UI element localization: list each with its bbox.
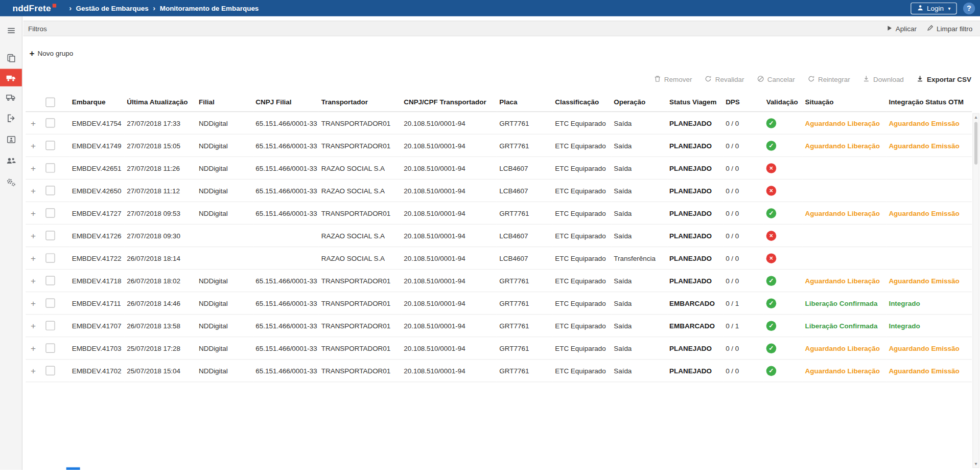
table-row[interactable]: + EMBDEV.41718 26/07/2018 18:02 NDDigita… bbox=[26, 270, 972, 292]
help-button[interactable]: ? bbox=[963, 2, 975, 14]
new-group-button[interactable]: + Novo grupo bbox=[29, 48, 73, 59]
apply-filter-button[interactable]: Aplicar bbox=[886, 25, 916, 32]
table-row[interactable]: + EMBDEV.41726 27/07/2018 09:30 RAZAO SO… bbox=[26, 225, 972, 247]
export-csv-button[interactable]: Exportar CSV bbox=[916, 75, 971, 84]
col-integracao-otm[interactable]: Integração Status OTM bbox=[886, 93, 972, 111]
col-cnpj-transportador[interactable]: CNPJ/CPF Transportador bbox=[401, 93, 497, 111]
vertical-scrollbar[interactable]: ▲ ▼ bbox=[972, 113, 979, 468]
sidebar-item-fleet[interactable] bbox=[0, 86, 22, 108]
row-checkbox[interactable] bbox=[45, 344, 55, 353]
col-status-viagem[interactable]: Status Viagem bbox=[667, 93, 723, 111]
row-checkbox[interactable] bbox=[45, 186, 55, 195]
login-button[interactable]: Login ▾ bbox=[911, 2, 956, 14]
sidebar-item-logout[interactable] bbox=[0, 107, 22, 129]
download-label: Download bbox=[873, 76, 904, 83]
menu-toggle[interactable] bbox=[0, 21, 22, 40]
documents-icon bbox=[6, 53, 16, 63]
clear-filter-button[interactable]: Limpar filtro bbox=[926, 25, 972, 33]
breadcrumb-item-monitoramento[interactable]: Monitoramento de Embarques bbox=[160, 5, 259, 12]
col-situacao[interactable]: Situação bbox=[803, 93, 886, 111]
table-row[interactable]: + EMBDEV.41754 27/07/2018 17:33 NDDigita… bbox=[26, 111, 972, 134]
cell-integracao-otm: Integrado bbox=[886, 292, 972, 315]
expand-cell: + bbox=[26, 270, 43, 292]
revalidate-button[interactable]: Revalidar bbox=[705, 75, 744, 84]
topbar-right: Login ▾ ? bbox=[911, 2, 975, 14]
row-checkbox[interactable] bbox=[45, 163, 55, 172]
row-checkbox[interactable] bbox=[45, 366, 55, 375]
table-row[interactable]: + EMBDEV.41707 26/07/2018 13:58 NDDigita… bbox=[26, 315, 972, 337]
table-row[interactable]: + EMBDEV.41702 25/07/2018 15:04 NDDigita… bbox=[26, 360, 972, 382]
download-button[interactable]: Download bbox=[862, 75, 904, 84]
cell-integracao-otm: Aguardando Emissão bbox=[886, 270, 972, 292]
row-checkbox[interactable] bbox=[45, 208, 55, 217]
scroll-down-arrow-icon[interactable]: ▼ bbox=[973, 460, 979, 467]
cell-status-viagem: PLANEJADO bbox=[667, 247, 723, 270]
row-checkbox[interactable] bbox=[45, 141, 55, 150]
remove-button[interactable]: Remover bbox=[654, 75, 692, 84]
row-checkbox[interactable] bbox=[45, 253, 55, 262]
col-validacao[interactable]: Validação bbox=[764, 93, 803, 111]
cell-cnpj-filial bbox=[253, 225, 318, 247]
expand-toggle[interactable]: + bbox=[28, 186, 36, 196]
row-checkbox[interactable] bbox=[45, 276, 55, 285]
sidebar-item-settings[interactable] bbox=[0, 171, 22, 193]
col-cnpj-filial[interactable]: CNPJ Filial bbox=[253, 93, 318, 111]
reintegrate-button[interactable]: Reintegrar bbox=[807, 75, 850, 84]
table-row[interactable]: + EMBDEV.41703 25/07/2018 17:28 NDDigita… bbox=[26, 337, 972, 360]
select-cell bbox=[43, 315, 69, 337]
col-transportador[interactable]: Transportador bbox=[319, 93, 401, 111]
breadcrumb-item-gestao[interactable]: Gestão de Embarques bbox=[76, 5, 149, 12]
expand-toggle[interactable]: + bbox=[28, 118, 36, 128]
cell-transportador: TRANSPORTADOR01 bbox=[319, 292, 401, 315]
cell-ultima-atualizacao: 26/07/2018 14:46 bbox=[124, 292, 196, 315]
table-row[interactable]: + EMBDEV.41722 26/07/2018 18:14 RAZAO SO… bbox=[26, 247, 972, 270]
expand-toggle[interactable]: + bbox=[28, 298, 36, 308]
table-row[interactable]: + EMBDEV.41749 27/07/2018 15:05 NDDigita… bbox=[26, 134, 972, 156]
col-classificacao[interactable]: Classificação bbox=[552, 93, 611, 111]
select-all-checkbox[interactable] bbox=[45, 97, 55, 106]
row-checkbox[interactable] bbox=[45, 231, 55, 240]
row-checkbox[interactable] bbox=[45, 298, 55, 307]
pagination-indicator[interactable] bbox=[66, 467, 80, 470]
sidebar-item-users[interactable] bbox=[0, 150, 22, 172]
cancel-button[interactable]: Cancelar bbox=[757, 75, 795, 84]
expand-toggle[interactable]: + bbox=[28, 366, 36, 376]
sidebar-item-documents[interactable] bbox=[0, 48, 22, 69]
filters-actions: Aplicar Limpar filtro bbox=[886, 25, 972, 33]
expand-toggle[interactable]: + bbox=[28, 141, 36, 151]
col-operacao[interactable]: Operação bbox=[611, 93, 667, 111]
col-dps[interactable]: DPS bbox=[723, 93, 764, 111]
col-placa[interactable]: Placa bbox=[497, 93, 552, 111]
expand-toggle[interactable]: + bbox=[28, 321, 36, 331]
col-filial[interactable]: Filial bbox=[196, 93, 253, 111]
col-ultima-atualizacao[interactable]: Última Atualização bbox=[124, 93, 196, 111]
expand-toggle[interactable]: + bbox=[28, 253, 36, 263]
scroll-up-arrow-icon[interactable]: ▲ bbox=[973, 114, 979, 121]
expand-toggle[interactable]: + bbox=[28, 163, 36, 173]
cell-cnpj-transportador: 20.108.510/0001-94 bbox=[401, 111, 497, 134]
new-group-label: Novo grupo bbox=[38, 50, 74, 57]
row-checkbox[interactable] bbox=[45, 118, 55, 127]
expand-toggle[interactable]: + bbox=[28, 231, 36, 241]
cell-cnpj-transportador: 20.108.510/0001-94 bbox=[401, 315, 497, 337]
cell-integracao-otm: Aguardando Emissão bbox=[886, 337, 972, 360]
select-cell bbox=[43, 270, 69, 292]
table-row[interactable]: + EMBDEV.41727 27/07/2018 09:53 NDDigita… bbox=[26, 202, 972, 224]
expand-toggle[interactable]: + bbox=[28, 343, 36, 353]
cell-transportador: RAZAO SOCIAL S.A bbox=[319, 179, 401, 202]
cell-cnpj-filial: 65.151.466/0001-33 bbox=[253, 292, 318, 315]
table-row[interactable]: + EMBDEV.42650 27/07/2018 11:12 NDDigita… bbox=[26, 179, 972, 202]
cell-classificacao: ETC Equiparado bbox=[552, 202, 611, 224]
table-row[interactable]: + EMBDEV.41711 26/07/2018 14:46 NDDigita… bbox=[26, 292, 972, 315]
expand-toggle[interactable]: + bbox=[28, 276, 36, 286]
row-checkbox[interactable] bbox=[45, 321, 55, 330]
cell-filial: NDDigital bbox=[196, 111, 253, 134]
expand-toggle[interactable]: + bbox=[28, 208, 36, 218]
sidebar-item-shipments[interactable] bbox=[0, 69, 22, 86]
sidebar-item-contacts[interactable] bbox=[0, 129, 22, 150]
expand-cell: + bbox=[26, 247, 43, 270]
col-embarque[interactable]: Embarque bbox=[69, 93, 125, 111]
cell-classificacao: ETC Equiparado bbox=[552, 360, 611, 382]
table-row[interactable]: + EMBDEV.42651 27/07/2018 11:26 NDDigita… bbox=[26, 156, 972, 179]
scrollbar-thumb[interactable] bbox=[974, 122, 977, 165]
